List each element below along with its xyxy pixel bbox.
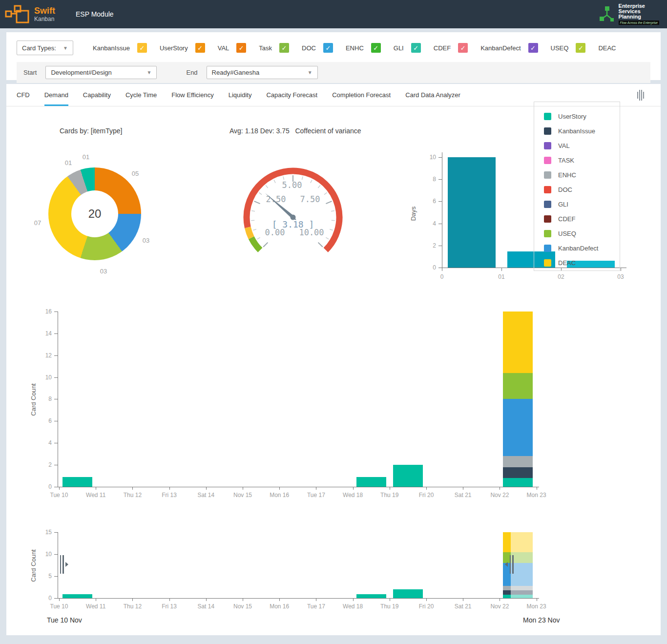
bar-segment-UserStory[interactable] — [63, 477, 92, 487]
bar-segment-KanbanIssue[interactable] — [503, 467, 533, 478]
legend-item-VAL[interactable]: VAL — [544, 138, 620, 153]
y-tick — [54, 532, 58, 533]
legend-swatch — [544, 245, 551, 252]
x-tick — [59, 598, 60, 601]
legend-item-ENHC[interactable]: ENHC — [544, 167, 620, 182]
bar-segment-UserStory[interactable] — [393, 589, 423, 598]
legend-swatch — [544, 186, 551, 193]
y-tick-label: 8 — [426, 176, 436, 183]
x-tick — [501, 268, 502, 271]
top-bar: Swift Kanban ESP Module Enterprise Servi… — [0, 0, 667, 28]
y-tick-label: 6 — [426, 198, 436, 205]
y-axis — [58, 312, 58, 487]
tab-capacity-forecast[interactable]: Capacity Forecast — [266, 84, 317, 106]
legend-item-USEQ[interactable]: USEQ — [544, 226, 620, 241]
x-axis — [58, 598, 539, 599]
card-types-dropdown[interactable]: Card Types: ▼ — [17, 41, 73, 55]
card-types-dropdown-label: Card Types: — [22, 44, 56, 52]
bar-segment-UserStory[interactable] — [356, 477, 386, 487]
card-type-checkbox[interactable]: ✓ — [576, 43, 585, 53]
tab-demand[interactable]: Demand — [44, 84, 68, 106]
x-tick — [96, 598, 96, 601]
handle-arrow-left-icon — [505, 562, 508, 567]
x-tick — [353, 598, 354, 601]
legend-item-TASK[interactable]: TASK — [544, 153, 620, 167]
tab-cycle-time[interactable]: Cycle Time — [125, 84, 157, 106]
tab-cfd[interactable]: CFD — [17, 84, 30, 106]
x-tick-label: Fri 20 — [413, 603, 440, 610]
legend-item-KanbanIssue[interactable]: KanbanIssue — [544, 124, 620, 138]
card-type-checkbox[interactable]: ✓ — [236, 43, 246, 53]
legend-item-DEAC[interactable]: DEAC — [544, 255, 620, 270]
legend-swatch — [544, 157, 551, 164]
x-tick-label: 01 — [494, 273, 509, 280]
y-axis-title: Card Count — [30, 549, 37, 582]
y-tick-label: 2 — [426, 242, 436, 249]
end-dropdown[interactable]: Ready#Ganesha ▼ — [207, 66, 318, 79]
x-tick — [537, 598, 537, 601]
gauge-tick-label: 5.00 — [282, 180, 302, 190]
donut-slice-label: 01 — [65, 159, 72, 166]
legend-item-GLI[interactable]: GLI — [544, 197, 620, 211]
card-type-checkbox[interactable]: ✓ — [411, 43, 421, 53]
legend-item-UserStory[interactable]: UserStory — [544, 109, 620, 124]
x-tick — [169, 598, 170, 601]
handle-bar — [512, 555, 514, 574]
handle-arrow-right-icon — [65, 562, 68, 567]
x-tick-label: Fri 20 — [413, 492, 440, 499]
card-type-checkbox[interactable]: ✓ — [137, 43, 147, 53]
card-type-checkbox[interactable]: ✓ — [371, 43, 381, 53]
bar-segment-UserStory[interactable] — [393, 465, 423, 487]
card-type-checkbox[interactable]: ✓ — [195, 43, 205, 53]
tab-liquidity[interactable]: Liquidity — [229, 84, 252, 106]
start-dropdown[interactable]: Development#Design ▼ — [45, 66, 157, 79]
legend-label: DOC — [558, 186, 572, 193]
y-tick — [438, 201, 442, 202]
x-tick-label: Nov 15 — [229, 603, 256, 610]
legend-item-DOC[interactable]: DOC — [544, 182, 620, 197]
tab-capability[interactable]: Capability — [83, 84, 111, 106]
donut-slice-label: 01 — [83, 153, 89, 161]
bar-segment-UserStory[interactable] — [503, 478, 533, 487]
card-type-checkbox[interactable]: ✓ — [323, 43, 333, 53]
x-axis — [58, 487, 539, 487]
bar-segment-UserStory[interactable] — [63, 594, 92, 598]
charts-panel: CFDDemandCapabilityCycle TimeFlow Effici… — [6, 84, 661, 635]
bar-segment-KanbanDefect[interactable] — [503, 399, 533, 456]
card-type-checkbox[interactable]: ✓ — [458, 43, 468, 53]
x-tick — [169, 487, 170, 490]
legend-item-KanbanDefect[interactable]: KanbanDefect — [544, 241, 620, 255]
end-label: End — [186, 69, 197, 76]
tab-completion-forecast[interactable]: Completion Forecast — [332, 84, 391, 106]
donut-chart-title: Cards by: [itemType] — [60, 127, 122, 135]
y-tick-label: 16 — [41, 308, 52, 315]
y-tick — [54, 465, 58, 465]
x-tick — [316, 598, 316, 601]
card-type-checkbox[interactable]: ✓ — [528, 43, 538, 53]
y-tick-label: 4 — [41, 439, 52, 446]
tab-card-data-analyzer[interactable]: Card Data Analyzer — [405, 84, 460, 106]
x-tick — [132, 487, 133, 490]
navigator-right-handle[interactable] — [505, 555, 514, 574]
navigator-left-handle[interactable] — [59, 555, 68, 574]
bar-segment-ENHC[interactable] — [503, 456, 533, 467]
x-tick-label: Mon 16 — [266, 492, 293, 499]
x-tick-label: Nov 22 — [486, 603, 513, 610]
bar-segment-UserStory[interactable] — [356, 594, 386, 598]
x-tick-label: Sat 21 — [449, 492, 477, 499]
bar-segment-DEAC[interactable] — [503, 312, 533, 373]
window-start-label: Tue 10 Nov — [47, 616, 82, 624]
histogram-bar[interactable] — [448, 157, 496, 268]
x-tick — [132, 598, 133, 601]
tab-flow-efficiency[interactable]: Flow Efficiency — [171, 84, 213, 106]
x-tick — [279, 487, 280, 490]
x-tick-label: Wed 18 — [339, 603, 367, 610]
card-type-label-ENHC: ENHC — [346, 44, 364, 52]
card-type-label-USEQ: USEQ — [551, 44, 569, 52]
bar-segment-USEQ[interactable] — [503, 373, 533, 399]
handle-bar — [60, 555, 62, 574]
legend-item-CDEF[interactable]: CDEF — [544, 211, 620, 226]
card-type-checkbox[interactable]: ✓ — [279, 43, 289, 53]
tabs-overflow-icon[interactable] — [637, 90, 644, 101]
y-tick — [54, 421, 58, 421]
